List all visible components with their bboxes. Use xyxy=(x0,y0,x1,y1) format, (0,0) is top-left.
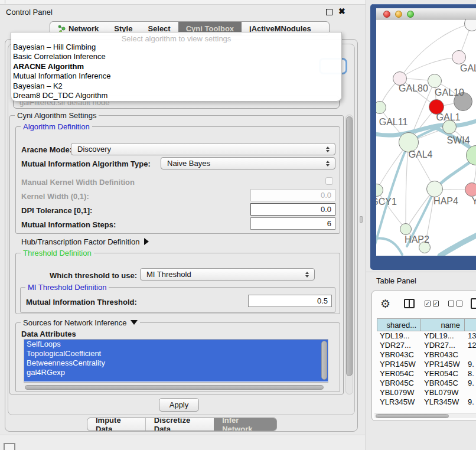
table-row[interactable]: YPR145WYPR145W9. xyxy=(377,360,476,369)
attribute-item[interactable]: TopologicalCoefficient xyxy=(24,349,328,358)
tab-label: Discretize Data xyxy=(154,418,206,431)
dropdown-item[interactable]: Bayesian – Hill Climbing xyxy=(11,43,341,52)
algorithm-dropdown-popup: Select algorithm to view settings Bayesi… xyxy=(11,32,342,102)
dropdown-placeholder: Select algorithm to view settings xyxy=(11,32,341,43)
checked-box-icon: ✓ xyxy=(425,301,431,306)
column-header-shared[interactable]: shared... xyxy=(377,318,421,331)
table-row[interactable]: YBR045CYBR045C9. xyxy=(377,379,476,388)
mi-steps-field[interactable]: 6 xyxy=(250,217,335,230)
cell: 8. xyxy=(465,369,476,379)
dropdown-item-selected[interactable]: ARACNE Algorithm xyxy=(11,62,341,71)
mi-type-select[interactable]: Naive Bayes xyxy=(161,157,335,169)
table-row[interactable]: YIL053CYIL053C9. xyxy=(377,407,476,408)
table-hscrollbar-track[interactable] xyxy=(374,413,476,418)
hub-section-toggle[interactable]: Hub/Transcription Factor Definition xyxy=(21,237,149,246)
settings-scrollbar-thumb[interactable] xyxy=(346,116,353,376)
network-view-window[interactable]: GAL GAL80 GAL10 GAL1 GAL11 SWI4 GAL4 GCY… xyxy=(370,4,476,270)
cell: YBL079W xyxy=(421,388,465,397)
attribute-item[interactable]: BetweennessCentrality xyxy=(24,358,328,368)
deselect-all-checkboxes-icon[interactable] xyxy=(448,301,462,306)
tab-infer-network[interactable]: Infer Network xyxy=(214,418,276,431)
attributes-hscrollbar-thumb[interactable] xyxy=(25,385,324,390)
node-hap2[interactable] xyxy=(400,223,412,235)
table-panel-card: ⚙ ✓ ✓ shared... name YDL19...YDL19...13 … xyxy=(371,291,476,421)
table-row[interactable]: YDR27...YDR27...12 xyxy=(377,341,476,350)
close-traffic-light[interactable] xyxy=(383,11,390,18)
manual-kernel-label: Manual Kernel Width Definition xyxy=(21,178,135,187)
kernel-width-field[interactable]: 0.0 xyxy=(250,189,335,201)
close-panel-icon[interactable]: ✖ xyxy=(338,6,345,16)
minimize-traffic-light[interactable] xyxy=(395,11,402,18)
tab-discretize-data[interactable]: Discretize Data xyxy=(145,418,214,431)
network-canvas[interactable]: GAL GAL80 GAL10 GAL1 GAL11 SWI4 GAL4 GCY… xyxy=(376,19,476,256)
table-hscrollbar-thumb[interactable] xyxy=(376,414,449,418)
column-header-cut[interactable] xyxy=(465,318,476,331)
node-hap4[interactable] xyxy=(426,181,443,197)
bottom-tabbar: Impute Data Discretize Data Infer Networ… xyxy=(87,418,277,431)
mi-threshold-field[interactable]: 0.5 xyxy=(248,295,332,307)
which-threshold-select[interactable]: MI Threshold xyxy=(140,268,315,281)
float-window-icon[interactable] xyxy=(326,9,332,15)
attribute-item[interactable]: SelfLoops xyxy=(24,340,328,349)
node-gal-cut[interactable] xyxy=(452,50,466,64)
dropdown-item[interactable]: Bayesian – K2 xyxy=(11,81,341,91)
dropdown-item[interactable]: Dream8 DC_TDC Algorithm xyxy=(11,91,341,100)
node-label: GCY1 xyxy=(376,197,397,207)
aracne-mode-select[interactable]: Discovery xyxy=(71,143,335,155)
node-label: Y xyxy=(472,196,476,207)
node-label: GAL80 xyxy=(399,83,428,94)
split-divider-handle[interactable] xyxy=(360,216,363,223)
attributes-scrollbar-thumb[interactable] xyxy=(321,341,327,380)
collapsed-panel-icon[interactable] xyxy=(4,443,15,450)
apply-button[interactable]: Apply xyxy=(159,398,199,412)
cell: YLR345W xyxy=(421,397,465,407)
table-body[interactable]: YDL19...YDL19...13 YDR27...YDR27...12 YB… xyxy=(377,331,476,408)
dropdown-item[interactable]: Basic Correlation Inference xyxy=(11,52,341,61)
zoom-traffic-light[interactable] xyxy=(407,11,414,18)
split-columns-icon[interactable] xyxy=(404,299,415,308)
table-row[interactable]: YBL079WYBL079W xyxy=(377,388,476,397)
attribute-item[interactable]: gal4RGexp xyxy=(24,368,328,377)
mi-threshold-label: Mutual Information Threshold: xyxy=(26,298,137,306)
column-header-name[interactable]: name xyxy=(421,318,465,331)
cell: YLR345W xyxy=(377,397,421,407)
cell xyxy=(465,350,476,360)
dpi-tolerance-field[interactable]: 0.0 xyxy=(250,203,335,216)
algorithm-definition-legend: Algorithm Definition xyxy=(21,122,92,131)
sources-legend[interactable]: Sources for Network Inference xyxy=(21,318,140,327)
data-attributes-list[interactable]: SelfLoops TopologicalCoefficient Between… xyxy=(24,339,328,383)
manual-kernel-checkbox[interactable] xyxy=(325,177,333,185)
cell: 9. xyxy=(465,360,476,369)
cell: YIL053C xyxy=(377,407,421,408)
table-row[interactable]: YER054CYER054C8. xyxy=(377,369,476,379)
dpi-tolerance-label: DPI Tolerance [0,1]: xyxy=(21,206,92,215)
select-all-checkboxes-icon[interactable]: ✓ ✓ xyxy=(425,301,439,306)
node-label: HAP4 xyxy=(433,196,458,207)
which-threshold-label: Which threshold to use: xyxy=(50,271,137,280)
panel-divider[interactable] xyxy=(365,0,366,450)
mi-steps-label: Mutual Information Steps: xyxy=(21,220,116,229)
table-row[interactable]: YBR043CYBR043C xyxy=(377,350,476,360)
node-label: GAL xyxy=(460,63,476,74)
cell: YPR145W xyxy=(377,360,421,369)
kernel-width-value: 0.0 xyxy=(321,191,331,200)
cyni-settings-legend: Cyni Algorithm Settings xyxy=(15,111,99,120)
gear-icon[interactable]: ⚙ xyxy=(380,297,390,310)
cell xyxy=(465,388,476,397)
application-window: Control Panel ✖ Network Style Select Cyn… xyxy=(0,0,476,450)
checked-box-icon: ✓ xyxy=(433,301,439,306)
dropdown-item[interactable]: Mutual Information Inference xyxy=(11,71,341,81)
node-label: GAL1 xyxy=(436,112,461,123)
spinner-arrows-icon xyxy=(323,146,332,152)
node-gal10[interactable] xyxy=(428,74,442,88)
top-strip xyxy=(0,0,366,5)
cell: 13 xyxy=(465,331,476,341)
table-row[interactable]: YLR345WYLR345W9. xyxy=(377,397,476,407)
node-y-cut[interactable] xyxy=(465,182,476,197)
document-icon[interactable] xyxy=(471,298,476,309)
attribute-item-partial[interactable] xyxy=(24,377,328,381)
node-label: SWI4 xyxy=(446,135,470,146)
network-window-titlebar[interactable] xyxy=(376,8,476,19)
table-row[interactable]: YDL19...YDL19...13 xyxy=(377,331,476,341)
tab-impute-data[interactable]: Impute Data xyxy=(87,418,145,431)
